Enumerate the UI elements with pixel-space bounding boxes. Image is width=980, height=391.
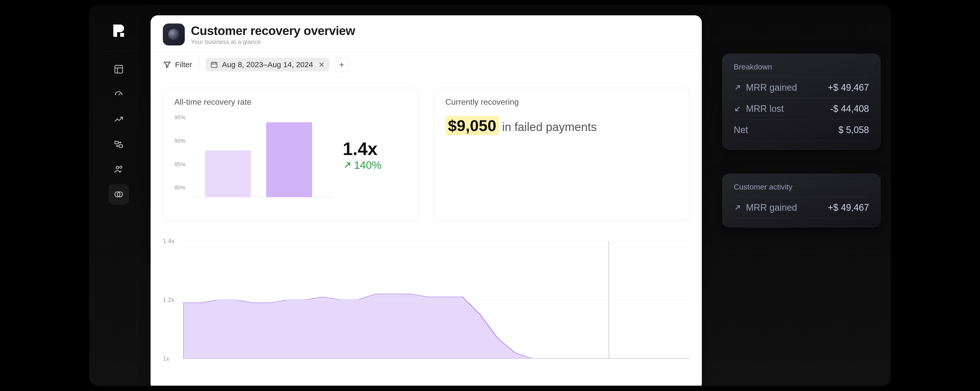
gauge-icon xyxy=(114,89,124,99)
svg-point-5 xyxy=(120,166,122,168)
filter-bar: Filter Aug 8, 2023–Aug 14, 2024 + xyxy=(151,52,702,77)
app-frame: Customer recovery overview Your business… xyxy=(89,5,891,386)
metric-value: -$ 44,408 xyxy=(830,104,869,114)
arrow-down-left-icon xyxy=(734,105,741,113)
recovery-rate-chart: 95%90%85%80% xyxy=(174,113,332,197)
metric-label: Net xyxy=(734,124,748,136)
date-range-text: Aug 8, 2023–Aug 14, 2024 xyxy=(222,60,313,69)
card-title: Currently recovering xyxy=(445,97,678,107)
metric-value: +$ 49,467 xyxy=(828,82,869,93)
svg-point-4 xyxy=(116,166,119,169)
nav-trends[interactable] xyxy=(108,109,129,129)
nav-dashboard[interactable] xyxy=(108,59,129,80)
nav-recovery[interactable] xyxy=(108,184,129,204)
svg-rect-8 xyxy=(211,62,217,67)
page-subtitle: Your business at a glance xyxy=(191,38,355,45)
bar-prev xyxy=(205,150,251,197)
trend-up-icon xyxy=(114,114,124,124)
metric-row: MRR gained+$ 49,467 xyxy=(734,77,869,98)
metric-label: MRR gained xyxy=(746,202,797,213)
filter-button[interactable]: Filter xyxy=(163,60,192,69)
metric-label: MRR gained xyxy=(746,82,797,93)
metric-value: +$ 49,467 xyxy=(828,202,869,213)
card-title: All-time recovery rate xyxy=(174,97,407,107)
arrow-up-right-icon xyxy=(343,161,352,170)
page-icon xyxy=(163,24,185,45)
calendar-icon xyxy=(210,61,218,69)
app-logo xyxy=(108,21,129,41)
close-icon xyxy=(318,61,325,69)
recovery-multiplier: 1.4x xyxy=(343,139,381,159)
activity-title: Customer activity xyxy=(734,183,869,191)
y-tick: 95% xyxy=(174,114,186,121)
card-recovery-rate: All-time recovery rate 95%90%85%80% xyxy=(163,88,418,221)
recovering-suffix: in failed payments xyxy=(502,120,597,134)
svg-rect-3 xyxy=(119,145,123,147)
funnel-icon xyxy=(163,60,172,69)
bar-current xyxy=(266,122,312,197)
plus-icon: + xyxy=(339,60,344,70)
breakdown-card: Breakdown MRR gained+$ 49,467MRR lost-$ … xyxy=(722,54,880,150)
activity-card: Customer activity MRR gained+$ 49,467 xyxy=(722,174,880,227)
breakdown-title: Breakdown xyxy=(734,62,869,71)
metric-row: MRR lost-$ 44,408 xyxy=(734,98,869,119)
metric-row: MRR gained+$ 49,467 xyxy=(734,197,869,219)
recovering-line: $9,050 in failed payments xyxy=(445,111,678,135)
y-tick: 80% xyxy=(174,184,186,191)
svg-rect-0 xyxy=(120,33,124,37)
y-tick: 85% xyxy=(174,161,186,168)
svg-rect-2 xyxy=(115,141,118,144)
users-icon xyxy=(114,164,124,174)
y-tick: 1.2x xyxy=(163,296,174,303)
y-tick: 1x xyxy=(163,355,169,362)
overlap-circles-icon xyxy=(114,189,124,199)
date-range-clear[interactable] xyxy=(317,60,326,69)
panel-header: Customer recovery overview Your business… xyxy=(151,15,702,52)
date-range-chip[interactable]: Aug 8, 2023–Aug 14, 2024 xyxy=(206,58,329,72)
metric-row: Net$ 5,058 xyxy=(734,119,869,141)
main-panel: Customer recovery overview Your business… xyxy=(151,15,702,386)
metric-label: MRR lost xyxy=(746,104,784,114)
add-filter-button[interactable]: + xyxy=(334,57,349,72)
nav-transfers[interactable] xyxy=(108,134,129,155)
recovery-delta: 140% xyxy=(343,159,381,171)
recovering-amount: $9,050 xyxy=(445,116,499,135)
arrow-up-right-icon xyxy=(734,204,741,211)
page-title: Customer recovery overview xyxy=(191,24,355,38)
y-tick: 1.4x xyxy=(163,238,174,245)
swap-icon xyxy=(114,139,124,149)
y-tick: 90% xyxy=(174,138,186,144)
metric-value: $ 5,058 xyxy=(838,124,869,136)
sidebar-divider xyxy=(103,51,134,51)
card-currently-recovering: Currently recovering $9,050 in failed pa… xyxy=(434,88,690,221)
sidebar xyxy=(89,5,148,386)
nav-customers[interactable] xyxy=(108,159,129,180)
filter-label: Filter xyxy=(175,60,192,69)
nav-performance[interactable] xyxy=(108,84,129,104)
arrow-up-right-icon xyxy=(734,84,741,91)
layout-icon xyxy=(114,64,124,74)
svg-rect-1 xyxy=(115,65,123,73)
recovery-trend-chart: 1.4x1.2x1x xyxy=(163,241,690,359)
